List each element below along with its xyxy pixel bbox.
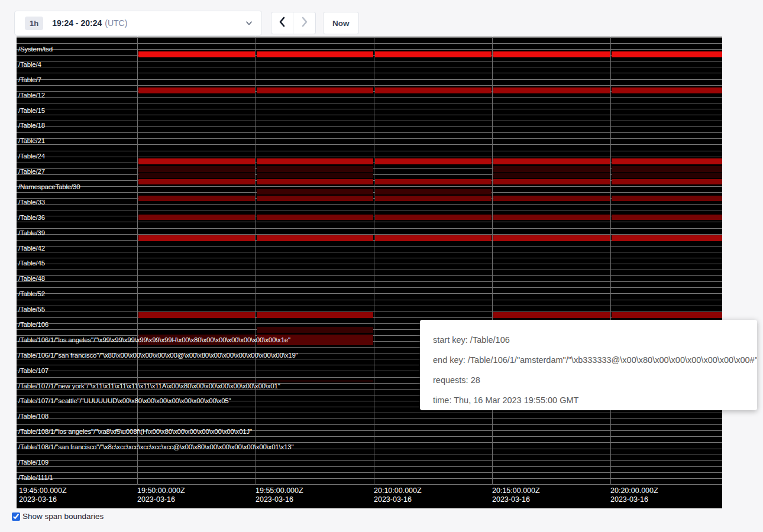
- heat-band: [138, 312, 255, 318]
- span-boundary-line: [17, 306, 722, 306]
- x-axis-label: 20:15:00.000Z2023-03-16: [492, 486, 540, 504]
- show-span-boundaries-label[interactable]: Show span boundaries: [22, 512, 104, 521]
- span-boundary-line: [17, 138, 722, 139]
- heat-band: [138, 51, 255, 58]
- row-label: /Table/33: [18, 198, 45, 206]
- heat-band: [375, 196, 492, 201]
- row-label: /Table/48: [18, 275, 45, 283]
- heat-band: [375, 158, 492, 164]
- span-boundary-line: [17, 234, 722, 235]
- heat-band: [138, 235, 255, 241]
- span-boundary-line: [17, 413, 722, 413]
- heat-band: [612, 173, 722, 178]
- heat-band: [612, 196, 722, 201]
- time-range-selector[interactable]: 1h 19:24 - 20:24 (UTC): [14, 11, 262, 35]
- span-boundary-line: [17, 126, 722, 127]
- heat-band: [612, 179, 722, 184]
- previous-time-button[interactable]: [271, 12, 293, 34]
- key-visualizer-canvas[interactable]: /System/tsd/Table/4/Table/7/Table/12/Tab…: [17, 37, 722, 508]
- x-axis-label: 20:10:00.000Z2023-03-16: [374, 486, 422, 504]
- span-boundary-line: [17, 79, 722, 80]
- heat-band: [138, 87, 255, 93]
- row-label: /Table/111/1: [18, 473, 53, 481]
- span-boundary-line: [17, 49, 722, 50]
- heat-band: [138, 179, 255, 184]
- time-grid-line: [610, 37, 611, 485]
- span-boundary-line: [17, 281, 722, 282]
- span-boundary-line: [17, 73, 722, 73]
- span-boundary-line: [17, 264, 722, 264]
- heat-band: [375, 235, 492, 241]
- time-grid-line: [374, 37, 374, 485]
- span-boundary-line: [17, 85, 722, 86]
- row-label: /Table/108/1/"los angeles"/"\xa8\xf5\u00…: [18, 428, 252, 436]
- span-boundary-line: [17, 43, 722, 44]
- span-boundary-line: [17, 300, 722, 300]
- row-label: /Table/55: [18, 306, 45, 313]
- heat-band: [138, 196, 255, 201]
- heat-band: [257, 327, 373, 333]
- span-boundary-line: [17, 252, 722, 252]
- heat-band: [493, 215, 610, 220]
- footer: Show span boundaries: [12, 512, 104, 521]
- span-boundary-line: [17, 222, 722, 222]
- span-boundary-line: [17, 109, 722, 109]
- span-boundary-line: [17, 275, 722, 276]
- heat-band: [612, 312, 722, 318]
- heat-band: [375, 51, 492, 58]
- heat-band: [493, 158, 610, 164]
- row-label: /Table/42: [18, 244, 45, 252]
- row-label: /Table/108: [18, 413, 49, 420]
- heat-band: [612, 235, 722, 241]
- heat-band: [375, 189, 492, 194]
- time-range-badge: 1h: [25, 17, 43, 30]
- heat-band: [138, 215, 255, 220]
- span-boundary-line: [17, 186, 722, 187]
- show-span-boundaries-checkbox[interactable]: [12, 512, 20, 521]
- heat-band: [493, 312, 610, 318]
- row-label: /Table/24: [18, 153, 45, 160]
- span-boundary-line: [17, 270, 722, 270]
- tooltip-line: end key: /Table/106/1/"amsterdam"/"\xb33…: [433, 354, 757, 366]
- heat-band: [612, 87, 722, 93]
- chevron-left-icon: [277, 17, 287, 30]
- heat-band: [257, 87, 373, 93]
- row-label: /System/tsd: [18, 46, 53, 53]
- time-range-timezone: (UTC): [105, 18, 127, 28]
- row-label: /Table/15: [18, 106, 45, 114]
- span-boundary-line: [17, 478, 722, 479]
- span-boundary-line: [17, 67, 722, 67]
- span-boundary-line: [17, 228, 722, 229]
- heat-band: [493, 51, 610, 58]
- x-axis-label: 20:20:00.000Z2023-03-16: [610, 486, 658, 504]
- span-boundary-line: [17, 455, 722, 455]
- row-label: /Table/21: [18, 137, 45, 145]
- next-time-button[interactable]: [293, 12, 316, 34]
- heat-band: [493, 179, 610, 184]
- heat-band: [493, 87, 610, 93]
- row-label: /Table/107/1/"new york"/"\x11\x11\x11\x1…: [18, 382, 280, 390]
- now-button[interactable]: Now: [323, 12, 359, 34]
- heat-band: [375, 87, 492, 93]
- span-boundary-line: [17, 293, 722, 294]
- x-axis-label: 19:45:00.000Z2023-03-16: [19, 486, 67, 504]
- heat-band: [257, 312, 373, 318]
- span-boundary-line: [17, 151, 722, 151]
- span-boundary-line: [17, 121, 722, 121]
- heat-band: [257, 215, 373, 220]
- x-axis-label: 19:55:00.000Z2023-03-16: [256, 486, 303, 504]
- row-label: /Table/107: [18, 366, 49, 374]
- heat-band: [375, 179, 492, 184]
- span-boundary-line: [17, 436, 722, 437]
- time-grid-line: [492, 37, 493, 485]
- span-boundary-line: [17, 210, 722, 210]
- row-label: /Table/36: [18, 213, 45, 221]
- row-label: /Table/106: [18, 321, 49, 329]
- row-label: /Table/107/1/"seattle"/"UUUUUUD\x00\x80\…: [18, 397, 231, 405]
- heat-band: [257, 179, 373, 184]
- row-label: /Table/12: [18, 91, 45, 99]
- heat-band: [138, 158, 255, 164]
- row-label: /Table/4: [18, 60, 41, 68]
- heat-band: [612, 51, 722, 58]
- row-label: /Table/39: [18, 229, 45, 236]
